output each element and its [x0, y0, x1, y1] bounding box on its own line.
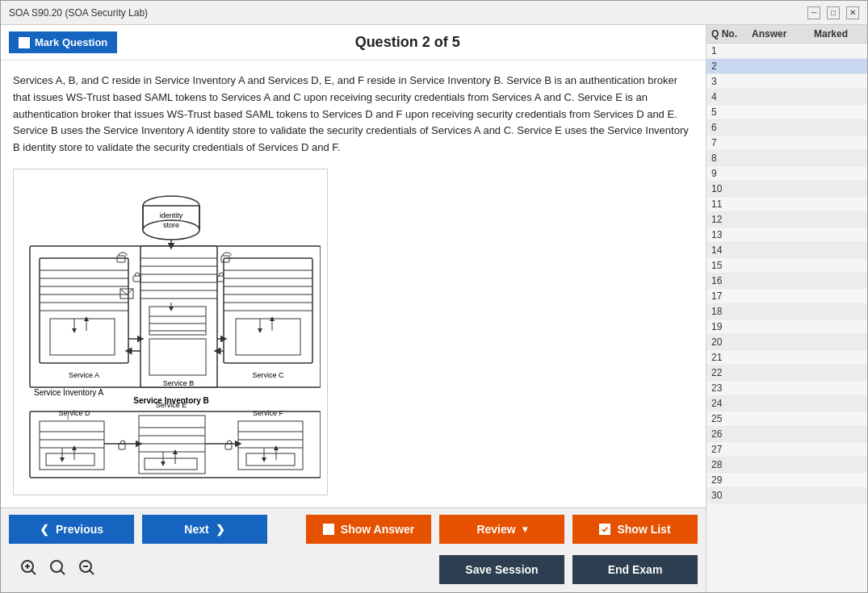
table-row[interactable]: 16: [707, 274, 867, 289]
q-answer: [752, 474, 814, 486]
svg-rect-89: [325, 525, 333, 533]
zoom-reset-button[interactable]: [46, 556, 69, 578]
q-marked: [814, 244, 862, 256]
table-row[interactable]: 22: [707, 365, 867, 381]
q-answer: [752, 352, 814, 363]
table-row[interactable]: 14: [707, 243, 867, 258]
close-button[interactable]: ✕: [846, 6, 859, 19]
svg-line-96: [61, 570, 65, 574]
q-number: 21: [711, 352, 752, 363]
show-answer-label: Show Answer: [341, 523, 414, 536]
table-row[interactable]: 10: [707, 182, 867, 197]
q-number: 4: [711, 91, 752, 102]
mark-question-button[interactable]: Mark Question: [9, 31, 117, 53]
svg-text:identity: identity: [160, 211, 183, 219]
q-number: 5: [711, 106, 752, 118]
q-answer: [752, 367, 814, 378]
svg-rect-65: [145, 458, 197, 470]
table-row[interactable]: 29: [707, 473, 867, 488]
q-answer: [752, 214, 814, 225]
table-row[interactable]: 12: [707, 212, 867, 228]
end-exam-label: End Exam: [608, 563, 663, 576]
svg-text:Service F: Service F: [253, 409, 284, 417]
table-row[interactable]: 1: [707, 44, 867, 59]
q-marked: [814, 352, 862, 363]
q-number: 10: [711, 183, 752, 194]
table-row[interactable]: 8: [707, 151, 867, 166]
q-number: 1: [711, 45, 752, 56]
table-row[interactable]: 4: [707, 90, 867, 105]
zoom-out-button[interactable]: [75, 556, 98, 578]
q-number: 9: [711, 168, 752, 179]
minimize-button[interactable]: ─: [807, 6, 820, 19]
q-answer: [752, 137, 814, 148]
save-session-button[interactable]: Save Session: [439, 555, 564, 584]
table-row[interactable]: 13: [707, 228, 867, 243]
q-marked: [814, 168, 862, 179]
svg-text:Service Inventory A: Service Inventory A: [34, 388, 103, 397]
q-answer: [752, 321, 814, 332]
q-answer: [752, 91, 814, 102]
svg-point-95: [51, 561, 62, 572]
table-row[interactable]: 5: [707, 105, 867, 120]
table-row[interactable]: 25: [707, 411, 867, 427]
action-bar: Save Session End Exam: [1, 550, 706, 592]
table-row[interactable]: 6: [707, 120, 867, 136]
col-marked-header: Marked: [814, 28, 862, 40]
next-button[interactable]: Next ❯: [142, 515, 267, 544]
review-button[interactable]: Review ▾: [439, 515, 564, 544]
q-answer: [752, 336, 814, 348]
table-row[interactable]: 7: [707, 136, 867, 151]
title-bar: SOA S90.20 (SOA Security Lab) ─ □ ✕: [1, 1, 867, 25]
col-qno-header: Q No.: [711, 28, 752, 40]
q-number: 30: [711, 490, 752, 501]
window-title: SOA S90.20 (SOA Security Lab): [9, 7, 148, 19]
q-marked: [814, 122, 862, 133]
show-answer-button[interactable]: Show Answer: [306, 515, 431, 544]
table-row[interactable]: 19: [707, 319, 867, 335]
end-exam-button[interactable]: End Exam: [572, 555, 698, 584]
svg-text:Service B: Service B: [163, 379, 195, 387]
table-row[interactable]: 28: [707, 457, 867, 473]
table-row[interactable]: 27: [707, 442, 867, 457]
table-row[interactable]: 17: [707, 289, 867, 304]
q-answer: [752, 122, 814, 133]
svg-line-92: [31, 570, 36, 574]
show-list-button[interactable]: Show List: [572, 515, 698, 544]
q-answer: [752, 229, 814, 240]
q-marked: [814, 367, 862, 378]
table-row[interactable]: 3: [707, 74, 867, 90]
table-row[interactable]: 9: [707, 166, 867, 182]
svg-rect-76: [225, 444, 232, 449]
table-row[interactable]: 30: [707, 488, 867, 503]
q-answer: [752, 76, 814, 87]
content-area: Mark Question Question 2 of 5 Services A…: [1, 25, 867, 592]
table-row[interactable]: 2: [707, 59, 867, 74]
table-row[interactable]: 20: [707, 335, 867, 350]
previous-button[interactable]: ❮ Previous: [9, 515, 134, 544]
previous-label: Previous: [56, 523, 103, 536]
q-marked: [814, 152, 862, 164]
diagram-area: identity store: [13, 169, 328, 495]
q-marked: [814, 137, 862, 148]
window-controls: ─ □ ✕: [807, 6, 859, 19]
q-answer: [752, 398, 814, 409]
svg-rect-70: [246, 453, 295, 466]
table-row[interactable]: 24: [707, 396, 867, 411]
table-row[interactable]: 15: [707, 258, 867, 274]
q-answer: [752, 290, 814, 302]
table-row[interactable]: 26: [707, 427, 867, 442]
mark-question-label: Mark Question: [35, 36, 107, 48]
table-row[interactable]: 11: [707, 197, 867, 212]
table-row[interactable]: 21: [707, 350, 867, 365]
maximize-button[interactable]: □: [827, 6, 840, 19]
table-row[interactable]: 23: [707, 381, 867, 396]
q-marked: [814, 45, 862, 56]
q-marked: [814, 459, 862, 470]
q-number: 24: [711, 398, 752, 409]
q-number: 6: [711, 122, 752, 133]
question-list[interactable]: 1234567891011121314151617181920212223242…: [707, 44, 867, 592]
table-row[interactable]: 18: [707, 304, 867, 319]
zoom-in-button[interactable]: [17, 556, 40, 578]
q-marked: [814, 474, 862, 486]
